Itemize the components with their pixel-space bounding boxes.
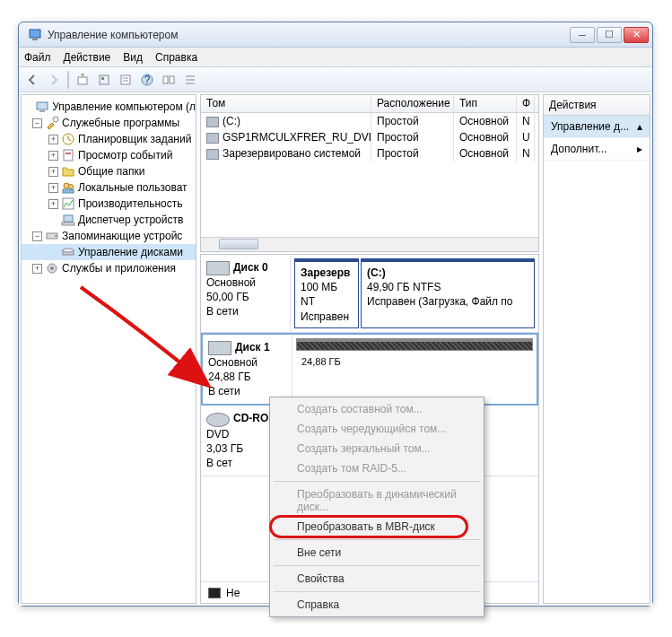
svg-rect-23: [63, 189, 74, 193]
up-button[interactable]: [73, 70, 92, 90]
device-icon: [61, 213, 75, 227]
disk-1-label[interactable]: Диск 1 Основной 24,88 ГБ В сети: [203, 335, 292, 405]
svg-rect-20: [65, 153, 71, 154]
tree-item-shared[interactable]: +Общие папки: [22, 163, 196, 179]
partition-unallocated[interactable]: [296, 338, 533, 351]
menu-action[interactable]: Действие: [64, 51, 111, 64]
svg-rect-10: [163, 76, 168, 83]
svg-rect-15: [37, 102, 48, 109]
storage-icon: [45, 229, 59, 243]
col-type[interactable]: Тип: [454, 95, 517, 112]
scroll-thumb[interactable]: [219, 239, 258, 249]
separator: [67, 71, 69, 89]
disk-icon: [206, 261, 230, 275]
svg-rect-0: [30, 30, 40, 38]
volume-row[interactable]: (C:)ПростойОсновнойN: [201, 113, 538, 129]
volume-row[interactable]: GSP1RMCULXFRER_RU_DVD (E:)ПростойОсновно…: [201, 129, 538, 145]
h-scrollbar[interactable]: [201, 237, 538, 251]
tree-item-users[interactable]: +Локальные пользоват: [22, 179, 196, 196]
ctx-properties[interactable]: Свойства: [272, 569, 482, 589]
services-icon: [45, 261, 59, 275]
ctx-help[interactable]: Справка: [272, 595, 482, 615]
actions-header: Действия: [544, 95, 650, 116]
tree-item-perf[interactable]: +Производительность: [22, 196, 196, 212]
back-button[interactable]: [22, 70, 42, 90]
svg-point-30: [63, 249, 74, 252]
tools-icon: [45, 116, 59, 130]
disk-1[interactable]: Диск 1 Основной 24,88 ГБ В сети 24,88 ГБ: [201, 333, 538, 406]
volume-icon: [206, 133, 219, 144]
partition-reserved[interactable]: Зарезерв 100 МБ NT Исправен: [294, 258, 359, 328]
ctx-convert-mbr[interactable]: Преобразовать в MBR-диск: [272, 517, 482, 537]
svg-rect-25: [64, 215, 73, 222]
volume-list[interactable]: Том Расположение Тип Ф (C:)ПростойОсновн…: [200, 94, 539, 252]
tree-storage[interactable]: −Запоминающие устройс: [22, 228, 196, 244]
svg-rect-16: [39, 110, 45, 112]
view-button[interactable]: [159, 70, 179, 90]
disk-mgmt-icon: [61, 245, 75, 259]
menu-file[interactable]: Файл: [24, 51, 51, 64]
tree-utilities[interactable]: −Служебные программы: [22, 115, 196, 131]
tree-item-scheduler[interactable]: +Планировщик заданий: [22, 131, 196, 147]
chevron-right-icon: ▸: [637, 143, 642, 155]
tree-item-disk-mgmt[interactable]: Управление дисками: [22, 244, 196, 260]
minimize-button[interactable]: ─: [570, 27, 595, 43]
svg-point-28: [55, 235, 57, 237]
refresh-button[interactable]: [94, 70, 114, 90]
svg-point-32: [50, 266, 54, 270]
separator: [274, 481, 480, 482]
toolbar: ?: [19, 67, 652, 92]
svg-rect-5: [121, 75, 130, 84]
ctx-create-spanned: Создать составной том...: [272, 399, 482, 419]
cdrom-icon: [206, 413, 230, 427]
svg-rect-1: [32, 39, 38, 40]
actions-row-main[interactable]: Управление д...▴: [544, 116, 650, 138]
help-button[interactable]: ?: [137, 70, 157, 90]
svg-text:?: ?: [144, 74, 151, 86]
separator: [274, 539, 480, 540]
close-button[interactable]: ✕: [624, 27, 649, 43]
actions-row-more[interactable]: Дополнит...▸: [544, 138, 650, 161]
svg-point-17: [53, 117, 58, 122]
properties-button[interactable]: [116, 70, 135, 90]
disk-icon: [208, 341, 231, 355]
volume-row[interactable]: Зарезервировано системойПростойОсновнойN: [201, 145, 538, 161]
actions-pane: Действия Управление д...▴ Дополнит...▸: [543, 94, 650, 604]
menu-help[interactable]: Справка: [155, 51, 197, 64]
svg-point-22: [69, 185, 74, 189]
list-button[interactable]: [180, 70, 200, 90]
tree-item-devices[interactable]: Диспетчер устройств: [22, 212, 196, 228]
svg-rect-24: [63, 198, 74, 209]
maximize-button[interactable]: ☐: [597, 27, 622, 43]
titlebar[interactable]: Управление компьютером ─ ☐ ✕: [19, 22, 652, 48]
disk-0[interactable]: Диск 0 Основной 50,00 ГБ В сети Зарезерв…: [201, 255, 538, 333]
legend-label-unalloc: Не: [226, 587, 240, 599]
ctx-convert-dynamic: Преобразовать в динамический диск...: [272, 484, 482, 517]
folder-icon: [61, 164, 75, 179]
col-tom[interactable]: Том: [201, 95, 371, 112]
ctx-offline[interactable]: Вне сети: [272, 543, 482, 563]
clock-icon: [61, 132, 75, 146]
menu-view[interactable]: Вид: [123, 51, 143, 64]
svg-point-21: [64, 183, 69, 188]
forward-button[interactable]: [44, 70, 64, 90]
context-menu: Создать составной том... Создать чередую…: [269, 397, 484, 617]
tree-pane[interactable]: Управление компьютером (л −Служебные про…: [21, 94, 196, 604]
separator: [274, 565, 480, 566]
partition-c[interactable]: (C:) 49,90 ГБ NTFS Исправен (Загрузка, Ф…: [361, 258, 535, 328]
computer-icon: [35, 100, 49, 114]
col-layout[interactable]: Расположение: [371, 95, 454, 112]
separator: [274, 591, 480, 592]
svg-rect-26: [62, 223, 74, 225]
tree-services[interactable]: +Службы и приложения: [22, 260, 196, 276]
col-fs[interactable]: Ф: [517, 95, 535, 112]
window-title: Управление компьютером: [48, 29, 570, 41]
volume-icon: [206, 149, 219, 160]
performance-icon: [61, 196, 75, 211]
volume-header: Том Расположение Тип Ф: [201, 95, 538, 113]
chevron-up-icon: ▴: [637, 120, 642, 133]
tree-item-events[interactable]: +Просмотр событий: [22, 147, 196, 163]
ctx-create-raid5: Создать том RAID-5...: [272, 458, 482, 478]
tree-root[interactable]: Управление компьютером (л: [22, 99, 196, 115]
disk-0-label[interactable]: Диск 0 Основной 50,00 ГБ В сети: [201, 255, 291, 332]
